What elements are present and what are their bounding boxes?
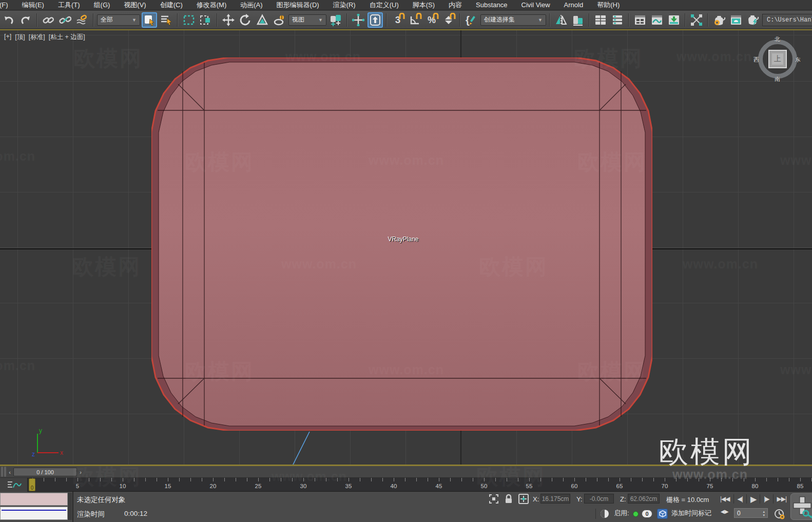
mini-curve-editor-button[interactable] [0, 478, 28, 492]
menu-item[interactable]: 编辑(E) [22, 1, 44, 10]
select-and-move-icon[interactable] [221, 12, 236, 28]
x-coordinate-field[interactable]: 16.175cm [540, 494, 570, 504]
vrayplane-object[interactable] [151, 57, 652, 431]
toggle-ribbon-icon[interactable] [632, 12, 648, 28]
render-production-icon[interactable] [745, 12, 761, 28]
redo-icon[interactable] [18, 12, 33, 28]
viewcube-east-label[interactable]: 东 [795, 56, 801, 64]
window-crossing-toggle-icon[interactable] [198, 12, 214, 28]
menu-item[interactable]: 修改器(M) [197, 1, 227, 10]
undo-icon[interactable] [1, 12, 16, 28]
menu-item[interactable]: 渲染(R) [333, 1, 356, 10]
track-bar-ruler[interactable]: 0 0510152025303540455055606570758085 [28, 478, 812, 492]
next-frame-button[interactable]: |▶ [761, 493, 771, 505]
use-pivot-point-center-icon[interactable] [328, 12, 343, 28]
menu-item[interactable]: 视图(V) [124, 1, 146, 10]
unlink-selection-icon[interactable] [57, 12, 73, 28]
notification-count-badge[interactable]: 0 [642, 510, 652, 518]
z-coordinate-field[interactable]: 62.062cm [628, 494, 660, 504]
y-coordinate-field[interactable]: -0.0cm [584, 494, 614, 504]
top-viewport[interactable]: VRayPlane [+] [顶] [标准] [粘土 + 边面] y x z 上… [0, 30, 812, 465]
schematic-view-icon[interactable] [689, 12, 704, 28]
menu-item[interactable]: 创建(C) [160, 1, 183, 10]
menu-item[interactable]: 帮助(H) [597, 1, 620, 10]
percent-snap-toggle-icon[interactable]: % [424, 12, 439, 28]
time-configuration-icon[interactable] [774, 509, 785, 522]
mini-listener-scrollbar[interactable] [68, 493, 72, 520]
select-by-name-icon[interactable] [159, 12, 174, 28]
viewport-shading-menu[interactable]: [粘土 + 边面] [49, 33, 85, 42]
mirror-icon[interactable] [553, 12, 569, 28]
named-selection-sets-dropdown[interactable]: 创建选择集 ▼ [480, 14, 546, 26]
isolate-selection-toggle[interactable] [489, 494, 499, 506]
time-slider-playhead[interactable]: 0 [29, 478, 35, 491]
pan-scroll-handle[interactable] [4, 467, 6, 477]
select-and-link-icon[interactable] [41, 12, 56, 28]
curve-editor-icon[interactable] [649, 12, 665, 28]
next-frame-arrow[interactable]: › [78, 468, 84, 476]
viewcube[interactable]: 上 北 南 西 东 [756, 37, 799, 81]
previous-frame-arrow[interactable]: ‹ [7, 468, 13, 476]
menu-item[interactable]: 组(G) [94, 1, 110, 10]
ruler-tick [732, 478, 733, 481]
current-frame-field[interactable]: 0 ▴▾ [734, 508, 768, 518]
menu-item[interactable]: 工具(T) [58, 1, 80, 10]
toggle-scene-explorer-icon[interactable] [593, 12, 608, 28]
ruler-tick [258, 478, 259, 481]
add-time-tag-button[interactable]: 添加时间标记 [671, 509, 711, 518]
render-setup-icon[interactable] [711, 12, 727, 28]
select-and-scale-icon[interactable] [255, 12, 270, 28]
rectangular-selection-region-icon[interactable] [181, 12, 197, 28]
menu-item[interactable]: 动画(A) [240, 1, 262, 10]
go-to-start-button[interactable]: |◀◀ [718, 493, 732, 505]
angle-snap-toggle-icon[interactable] [407, 12, 422, 28]
viewport-pov-menu[interactable]: [顶] [15, 33, 25, 42]
viewport-general-menu[interactable]: [+] [4, 33, 11, 42]
bind-to-space-warp-icon[interactable] [74, 12, 90, 28]
maxscript-mini-listener-pane[interactable] [0, 507, 68, 520]
menu-item[interactable]: 图形编辑器(D) [277, 1, 319, 10]
viewcube-west-label[interactable]: 西 [753, 56, 759, 64]
adaptive-degradation-icon[interactable] [600, 509, 610, 521]
menu-item[interactable]: 自定义(U) [370, 1, 399, 10]
toggle-layer-explorer-icon[interactable] [610, 12, 625, 28]
previous-frame-button[interactable]: ◀| [735, 493, 745, 505]
menu-item[interactable]: Civil View [521, 1, 550, 9]
keyboard-shortcut-override-toggle[interactable] [368, 12, 383, 28]
select-and-place-icon[interactable] [272, 12, 287, 28]
select-and-manipulate-icon[interactable] [351, 12, 366, 28]
edit-named-selection-sets-icon[interactable]: { [463, 12, 479, 28]
viewport-standard-menu[interactable]: [标准] [29, 33, 45, 42]
select-object-button[interactable] [142, 12, 157, 28]
key-mode-toggle[interactable]: ◀▶ [721, 509, 728, 514]
viewcube-north-label[interactable]: 北 [775, 35, 780, 43]
select-and-rotate-icon[interactable] [238, 12, 253, 28]
viewcube-south-label[interactable]: 南 [775, 75, 780, 83]
time-slider-handle[interactable]: 0 / 100 [13, 468, 77, 476]
menu-item[interactable]: 内容 [449, 1, 462, 10]
selection-filter-dropdown[interactable]: 全部 ▼ [97, 14, 140, 26]
pan-scroll-handle[interactable] [1, 467, 3, 477]
snaps-toggle-icon[interactable]: 3 [390, 12, 405, 28]
reference-coordinate-system-dropdown[interactable]: 视图 ▼ [288, 14, 326, 26]
material-editor-icon[interactable] [666, 12, 682, 28]
menu-item[interactable]: Substance [476, 1, 507, 9]
toolbar-separator [459, 13, 460, 27]
spinner-arrows-icon[interactable]: ▴▾ [763, 510, 765, 517]
set-keys-button[interactable] [790, 493, 812, 520]
viewcube-top-face[interactable]: 上 [768, 50, 787, 68]
menu-item[interactable]: Arnold [564, 1, 584, 9]
project-folder-dropdown[interactable]: C:\Users\Han\Documents\3ds Max 2022 ▼ [762, 14, 812, 26]
rendered-frame-window-icon[interactable] [728, 12, 744, 28]
align-icon[interactable] [570, 12, 586, 28]
absolute-offset-mode-toggle[interactable] [518, 494, 529, 506]
menu-item[interactable]: 文件(F) [0, 1, 8, 10]
play-button[interactable]: ▶ [748, 493, 759, 505]
add-time-tag-cube-icon[interactable] [657, 509, 668, 519]
menu-item[interactable]: 脚本(S) [413, 1, 435, 10]
selection-lock-toggle[interactable] [504, 494, 513, 506]
toolbar-separator [346, 13, 347, 27]
spinner-snap-toggle-icon[interactable] [441, 12, 456, 28]
maxscript-macro-recorder-pane[interactable] [0, 493, 68, 506]
go-to-end-button[interactable]: ▶▶| [775, 493, 789, 505]
